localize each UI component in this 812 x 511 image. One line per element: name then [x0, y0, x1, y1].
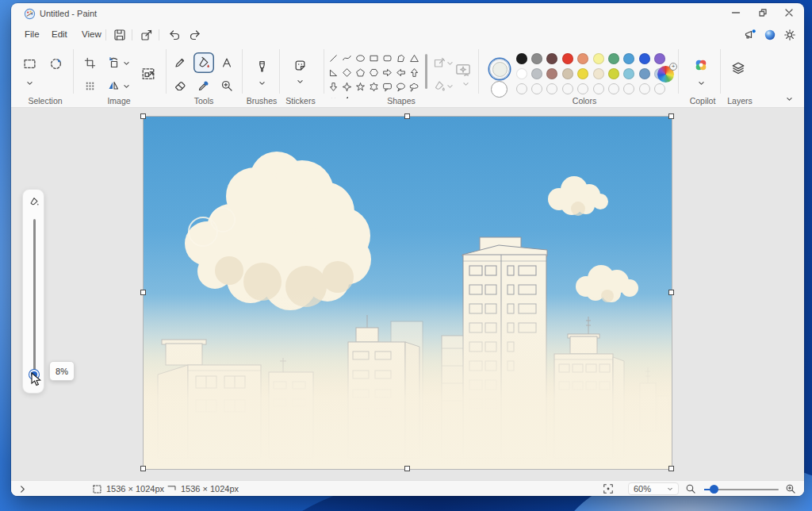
palette-swatch-empty[interactable]: [637, 81, 652, 96]
magnifier-tool[interactable]: [217, 76, 236, 95]
save-button[interactable]: [113, 28, 127, 42]
shape-heart[interactable]: [327, 94, 340, 98]
palette-swatch-empty[interactable]: [576, 81, 591, 96]
palette-swatch-empty[interactable]: [653, 81, 668, 96]
close-button[interactable]: [776, 3, 802, 22]
palette-swatch[interactable]: [606, 51, 621, 66]
shape-lightning[interactable]: [340, 94, 354, 98]
palette-swatch[interactable]: [637, 66, 652, 81]
shape-star-four[interactable]: [340, 79, 354, 94]
selection-handle[interactable]: [404, 113, 410, 119]
brushes-dropdown-chevron[interactable]: [258, 79, 266, 86]
palette-swatch[interactable]: [529, 51, 544, 66]
palette-swatch[interactable]: [576, 66, 591, 81]
rectangle-select-button[interactable]: [20, 54, 39, 73]
palette-swatch[interactable]: [622, 51, 637, 66]
palette-swatch-empty[interactable]: [591, 81, 606, 96]
statusbar-expand-chevron[interactable]: [19, 481, 26, 496]
feedback-icon[interactable]: [743, 28, 757, 42]
brushes-button[interactable]: [252, 57, 271, 76]
shape-arrow-down[interactable]: [327, 79, 340, 94]
crop-icon[interactable]: [80, 53, 99, 72]
free-select-button[interactable]: [46, 54, 65, 73]
palette-swatch[interactable]: [606, 66, 621, 81]
palette-swatch[interactable]: [653, 51, 668, 66]
palette-swatch[interactable]: [637, 51, 652, 66]
rotate-icon[interactable]: [104, 53, 123, 72]
shape-right-triangle[interactable]: [327, 65, 340, 79]
text-tool[interactable]: [217, 53, 236, 72]
copilot-dropdown-chevron[interactable]: [697, 79, 705, 86]
shape-triangle[interactable]: [408, 51, 421, 65]
palette-swatch[interactable]: [622, 66, 637, 81]
shape-callout-rounded[interactable]: [381, 79, 394, 94]
zoom-slider-thumb[interactable]: [710, 485, 718, 494]
palette-swatch-empty[interactable]: [545, 81, 560, 96]
opacity-slider-track[interactable]: [33, 219, 36, 382]
shape-pentagon[interactable]: [354, 65, 367, 79]
menu-view[interactable]: View: [76, 26, 107, 42]
shape-callout-oval[interactable]: [394, 79, 408, 94]
color-picker-tool[interactable]: [194, 76, 213, 95]
palette-swatch[interactable]: [560, 51, 575, 66]
shape-star-six[interactable]: [367, 79, 381, 94]
palette-swatch[interactable]: [591, 66, 606, 81]
zoom-in-button[interactable]: [785, 481, 796, 496]
undo-button[interactable]: [167, 28, 182, 42]
zoom-out-button[interactable]: [685, 481, 696, 496]
selection-dropdown-chevron[interactable]: [25, 79, 33, 86]
edit-colors-button[interactable]: +: [657, 66, 674, 83]
palette-swatch[interactable]: [514, 66, 529, 81]
resize-skew-icon[interactable]: [80, 76, 99, 95]
shape-polygon[interactable]: [394, 51, 408, 65]
stickers-button[interactable]: [290, 56, 309, 75]
palette-swatch[interactable]: [529, 66, 544, 81]
shape-rectangle[interactable]: [367, 51, 381, 65]
fit-to-screen-button[interactable]: [603, 481, 614, 496]
shapes-scrollbar[interactable]: [425, 54, 427, 89]
copilot-titlebar-icon[interactable]: [763, 28, 777, 42]
selection-handle[interactable]: [668, 290, 674, 295]
shape-rounded-rectangle[interactable]: [381, 51, 394, 65]
palette-swatch[interactable]: [514, 51, 529, 66]
flip-dropdown-chevron[interactable]: [122, 83, 130, 89]
pencil-tool[interactable]: [170, 53, 190, 72]
selection-handle[interactable]: [140, 290, 146, 295]
fill-tool[interactable]: [193, 52, 214, 73]
shape-outline-chevron[interactable]: [446, 60, 454, 66]
zoom-level-dropdown[interactable]: 60%: [628, 482, 679, 495]
shape-line[interactable]: [327, 51, 340, 65]
layers-button[interactable]: [729, 59, 748, 78]
resize-image-icon[interactable]: [139, 64, 158, 83]
menu-file[interactable]: File: [19, 26, 45, 42]
cocreator-chevron[interactable]: [462, 80, 469, 86]
share-button[interactable]: [140, 28, 154, 42]
palette-swatch-empty[interactable]: [606, 81, 621, 96]
shape-hexagon[interactable]: [367, 65, 381, 79]
menu-edit[interactable]: Edit: [46, 26, 73, 42]
selection-handle[interactable]: [140, 113, 146, 119]
shape-oval[interactable]: [354, 51, 367, 65]
shape-fill-chevron[interactable]: [446, 83, 454, 89]
shape-arrow-right[interactable]: [381, 65, 394, 79]
settings-gear-icon[interactable]: [783, 28, 797, 42]
ribbon-collapse-chevron[interactable]: [785, 95, 793, 102]
minimize-button[interactable]: [722, 3, 749, 22]
selection-handle[interactable]: [140, 466, 146, 471]
shape-arrow-up[interactable]: [408, 65, 421, 79]
stickers-dropdown-chevron[interactable]: [296, 78, 304, 84]
secondary-color-swatch[interactable]: [491, 81, 508, 98]
palette-swatch[interactable]: [545, 66, 560, 81]
cocreator-icon[interactable]: [454, 60, 473, 79]
eraser-tool[interactable]: [170, 76, 190, 95]
shape-curve[interactable]: [340, 51, 354, 65]
palette-swatch-empty[interactable]: [622, 81, 637, 96]
selection-handle[interactable]: [668, 466, 674, 471]
palette-swatch[interactable]: [545, 51, 560, 66]
copilot-button[interactable]: [691, 56, 710, 75]
selection-handle[interactable]: [668, 113, 674, 119]
redo-button[interactable]: [188, 28, 202, 42]
selection-handle[interactable]: [404, 466, 410, 471]
palette-swatch-empty[interactable]: [529, 81, 544, 96]
primary-color-swatch[interactable]: [489, 59, 510, 79]
